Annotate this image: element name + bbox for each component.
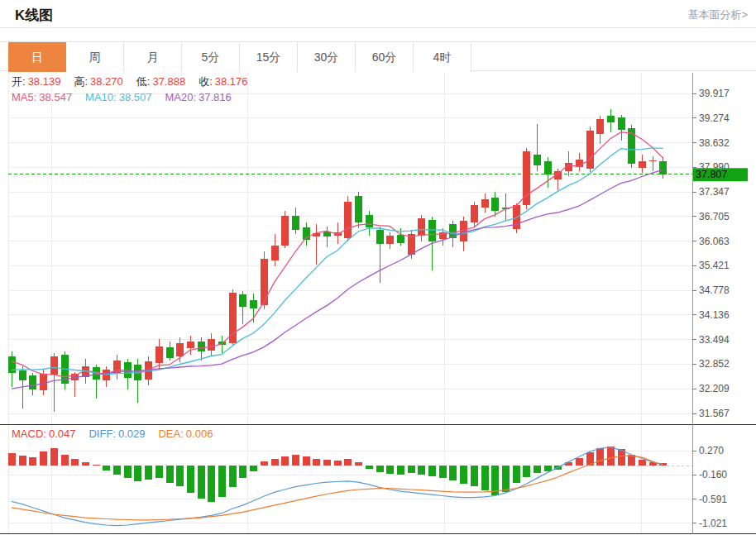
candle-body <box>281 216 289 246</box>
tab-week[interactable]: 周 <box>66 42 124 72</box>
candle-body <box>344 202 352 238</box>
ma-row-ma10: MA10:38.507 <box>85 91 151 103</box>
candle-body <box>40 374 47 389</box>
macd-hist-bar <box>376 466 384 471</box>
macd-hist-bar <box>303 456 310 466</box>
tab-day[interactable]: 日 <box>8 42 66 72</box>
macd-hist-bar <box>313 459 320 466</box>
macd-hist-bar <box>386 466 394 474</box>
y-axis-label: 39.917 <box>699 88 730 99</box>
y-axis-label: -1.021 <box>699 518 727 529</box>
candle-body <box>29 375 36 389</box>
candle-body <box>166 347 174 358</box>
macd-hist-bar <box>596 448 604 466</box>
candle-body <box>386 236 394 243</box>
candle-body <box>176 343 184 356</box>
macd-hist-bar <box>292 455 299 466</box>
candle-body <box>659 161 667 174</box>
macd-hist-bar <box>607 447 615 466</box>
y-axis-label: 34.778 <box>699 284 730 296</box>
candle-body <box>271 246 279 261</box>
ohlc-row: 开:38.139高:38.270低:37.888收:38.176 <box>12 74 261 89</box>
y-axis-label: -0.160 <box>699 469 727 480</box>
last-price-tag-value: 37.807 <box>696 169 727 180</box>
fundamental-analysis-link[interactable]: 基本面分析> <box>687 7 748 22</box>
ma-row: MA5:38.547MA10:38.507MA20:37.816 <box>12 91 245 103</box>
macd-hist-bar <box>176 466 184 486</box>
macd-hist-bar <box>113 466 121 474</box>
header: K线图 基本面分析> <box>0 0 756 28</box>
y-axis-label: 36.705 <box>699 211 730 222</box>
y-axis-label: 32.209 <box>699 383 730 394</box>
macd-hist-bar <box>271 459 279 466</box>
candle-body <box>376 230 384 243</box>
candle-body <box>618 117 625 130</box>
macd-hist-bar <box>229 466 237 487</box>
candle-body <box>471 205 478 222</box>
macd-hist-bar <box>481 466 489 490</box>
kline-page: K线图 基本面分析> 日周月5分15分30分60分4时 39.91739.274… <box>0 0 756 535</box>
y-axis-label: -0.591 <box>699 494 727 505</box>
ohlc-row-open: 开:38.139 <box>12 74 60 89</box>
ma-row-ma5: MA5:38.547 <box>12 91 72 103</box>
tab-4hour[interactable]: 4时 <box>414 42 471 72</box>
macd-hist-bar <box>187 466 194 493</box>
macd-hist-bar <box>449 466 457 480</box>
macd-hist-bar <box>8 453 16 466</box>
ohlc-row-low: 低:37.888 <box>136 74 185 89</box>
y-axis-label: 36.063 <box>699 236 730 247</box>
macd-hist-bar <box>639 460 646 466</box>
macd-hist-bar <box>334 461 342 466</box>
macd-hist-bar <box>460 466 467 483</box>
tab-5min[interactable]: 5分 <box>182 42 240 72</box>
y-axis-label: 32.852 <box>699 358 730 370</box>
candle-body <box>261 259 268 305</box>
candle-body <box>239 294 246 307</box>
y-axis-label: 38.632 <box>699 137 730 149</box>
macd-hist-bar <box>19 456 26 466</box>
y-axis-label: 31.567 <box>699 408 730 419</box>
macd-row-dea: DEA:0.006 <box>158 428 213 440</box>
macd-hist-bar <box>261 461 268 466</box>
macd-hist-bar <box>534 466 541 473</box>
macd-hist-bar <box>61 455 69 466</box>
macd-hist-bar <box>103 466 110 470</box>
candle-body <box>397 235 404 242</box>
tab-month[interactable]: 月 <box>124 42 182 72</box>
y-axis-label: 0.270 <box>699 445 724 456</box>
candle-body <box>544 161 552 174</box>
candle-body <box>313 233 320 237</box>
macd-hist-bar <box>71 459 79 466</box>
macd-hist-bar <box>82 462 89 466</box>
tab-60min[interactable]: 60分 <box>356 42 414 72</box>
y-axis-label: 39.274 <box>699 112 730 124</box>
candle-body <box>50 356 58 375</box>
ohlc-row-high: 高:38.270 <box>74 74 122 89</box>
ma-row-ma20: MA20:37.816 <box>165 91 231 103</box>
candle-body <box>607 116 615 122</box>
candle-body <box>355 196 362 222</box>
candle-body <box>639 161 646 168</box>
macd-hist-bar <box>50 448 58 466</box>
macd-hist-bar <box>502 466 510 492</box>
macd-hist-bar <box>544 466 552 471</box>
ohlc-row-close: 收:38.176 <box>199 74 247 89</box>
period-tabs: 日周月5分15分30分60分4时 <box>0 41 756 71</box>
macd-hist-bar <box>323 460 331 466</box>
candle-body <box>586 131 594 169</box>
candle-body <box>366 215 373 227</box>
macd-hist-bar <box>366 466 373 469</box>
candle-body <box>491 198 499 211</box>
macd-row-macd: MACD:0.047 <box>12 428 75 440</box>
macd-hist-bar <box>166 466 174 482</box>
tab-15min[interactable]: 15分 <box>240 42 298 72</box>
macd-hist-bar <box>145 466 152 480</box>
ma10-line <box>12 148 663 375</box>
candle-body <box>596 119 604 135</box>
tab-30min[interactable]: 30分 <box>298 42 356 72</box>
macd-hist-bar <box>29 457 36 466</box>
macd-hist-bar <box>40 451 47 466</box>
macd-hist-bar <box>439 466 447 477</box>
candle-body <box>208 339 215 351</box>
candle-body <box>250 300 257 308</box>
